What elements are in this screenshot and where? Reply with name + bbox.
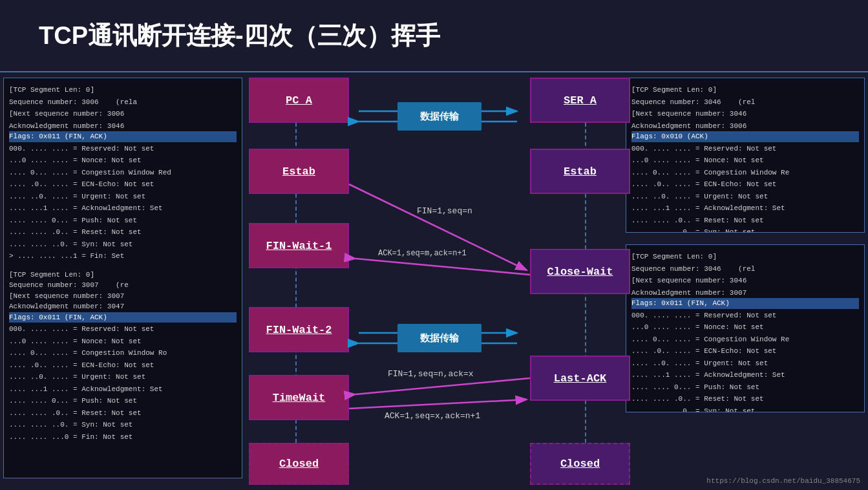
page-title: TCP通讯断开连接-四次（三次）挥手 bbox=[39, 19, 440, 52]
svg-line-14 bbox=[349, 399, 527, 409]
svg-text:数据传输: 数据传输 bbox=[419, 332, 460, 343]
svg-rect-10 bbox=[397, 324, 482, 352]
box-finwait1: FIN-Wait-1 bbox=[249, 223, 349, 268]
box-estab-left: Estab bbox=[249, 149, 349, 194]
box-closed-right: Closed bbox=[530, 443, 630, 485]
box-finwait2: FIN-Wait-2 bbox=[249, 307, 349, 352]
box-closewait: Close-Wait bbox=[530, 249, 630, 294]
left-code-highlight: Flags: 0x011 (FIN, ACK) bbox=[9, 131, 237, 142]
right-code-top-highlight: Flags: 0x010 (ACK) bbox=[631, 131, 859, 142]
main-container: TCP通讯断开连接-四次（三次）挥手 [TCP Segment Len: 0] … bbox=[0, 0, 868, 490]
right-code-bottom-detail: 000. .... .... = Reserved: Not set ...0 … bbox=[631, 312, 789, 413]
svg-line-12 bbox=[355, 378, 530, 394]
left-code-bottom-highlight: Flags: 0x011 (FIN, ACK) bbox=[9, 312, 237, 323]
right-code-top: [TCP Segment Len: 0] Sequence number: 30… bbox=[631, 86, 755, 130]
box-closed-left: Closed bbox=[249, 443, 349, 485]
box-timewait: TimeWait bbox=[249, 375, 349, 420]
right-code-panel-top: [TCP Segment Len: 0] Sequence number: 30… bbox=[626, 78, 865, 233]
svg-text:ACK=1,seq=x,ack=n+1: ACK=1,seq=x,ack=n+1 bbox=[385, 411, 480, 421]
right-code-bottom-highlight: Flags: 0x011 (FIN, ACK) bbox=[631, 298, 859, 309]
left-code-top: [TCP Segment Len: 0] Sequence number: 30… bbox=[9, 86, 137, 130]
svg-text:FIN=1,seq=n: FIN=1,seq=n bbox=[417, 206, 472, 216]
svg-text:数据传输: 数据传输 bbox=[419, 111, 460, 122]
right-code-bottom: [TCP Segment Len: 0] Sequence number: 30… bbox=[631, 253, 755, 297]
svg-line-4 bbox=[349, 184, 527, 270]
box-estab-right: Estab bbox=[530, 149, 630, 194]
left-code-panel: [TCP Segment Len: 0] Sequence number: 30… bbox=[3, 78, 242, 478]
left-code-detail: 000. .... .... = Reserved: Not set ...0 … bbox=[9, 145, 171, 261]
svg-text:FIN=1,seq=n,ack=x: FIN=1,seq=n,ack=x bbox=[388, 369, 474, 379]
svg-rect-2 bbox=[397, 102, 482, 131]
footer: https://blog.csdn.net/baidu_38854675 bbox=[706, 477, 860, 485]
right-code-panel-bottom: [TCP Segment Len: 0] Sequence number: 30… bbox=[626, 244, 865, 412]
box-lastack: Last-ACK bbox=[530, 356, 630, 401]
title-divider bbox=[0, 71, 868, 72]
svg-line-6 bbox=[355, 259, 530, 275]
box-ser-a: SER_A bbox=[530, 78, 630, 123]
left-code-bottom-detail: 000. .... .... = Reserved: Not set ...0 … bbox=[9, 325, 167, 441]
left-code-bottom-pre: [TCP Segment Len: 0] Sequence number: 30… bbox=[9, 270, 237, 312]
box-pc-a: PC_A bbox=[249, 78, 349, 123]
center-diagram: PC_A Estab FIN-Wait-1 FIN-Wait-2 TimeWai… bbox=[249, 78, 630, 475]
svg-text:ACK=1,seq=m,ack=n+1: ACK=1,seq=m,ack=n+1 bbox=[378, 249, 467, 258]
right-code-top-detail: 000. .... .... = Reserved: Not set ...0 … bbox=[631, 145, 789, 233]
